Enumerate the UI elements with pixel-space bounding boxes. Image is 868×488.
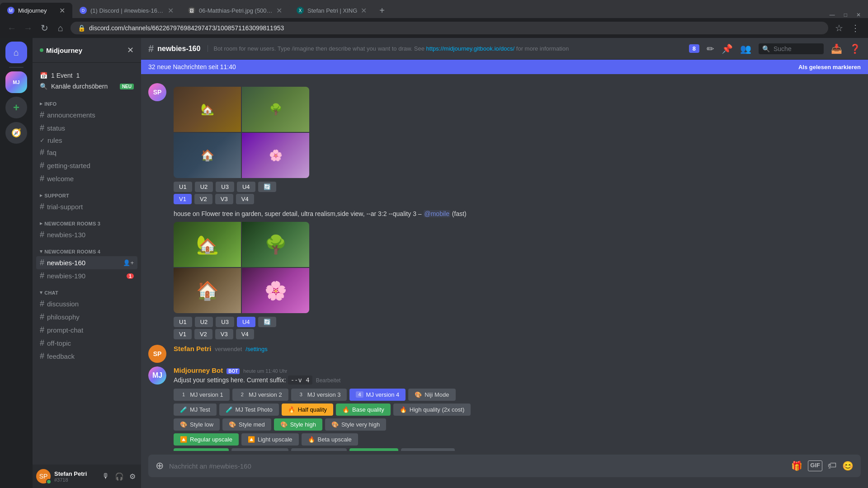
u4-button-top[interactable]: U4 [237,182,255,192]
back-button[interactable]: ← [5,22,18,34]
base-quality-btn[interactable]: 🔥 Base quality [336,404,391,416]
channel-getting-started[interactable]: # getting-started [36,159,137,172]
v4-button-top[interactable]: V4 [236,194,254,204]
mj-test-btn[interactable]: 🧪 MJ Test [174,404,217,416]
forward-button[interactable]: → [22,22,34,34]
channel-off-topic[interactable]: # off-topic [36,337,137,350]
bookmark-icon[interactable]: ☆ [832,21,846,35]
address-bar[interactable]: 🔒 discord.com/channels/66226797698429747… [71,22,828,34]
u4-button-main[interactable]: U4 [237,317,255,327]
u2-button-top[interactable]: U2 [195,182,213,192]
reload-button[interactable]: ↻ [38,22,51,34]
server-icon-home[interactable]: ⌂ [5,42,27,63]
u1-button-top[interactable]: U1 [174,182,192,192]
server-icon-explore[interactable]: 🧭 [5,122,27,144]
channel-welcome[interactable]: # welcome [36,172,137,185]
u3-button-top[interactable]: U3 [216,182,234,192]
niji-mode-btn[interactable]: 🎨 Niji Mode [408,389,455,401]
u3-button-main[interactable]: U3 [216,317,234,327]
edit-icon[interactable]: ✏ [707,43,714,54]
tab-close-midjourney[interactable]: ✕ [59,6,65,15]
regular-upscale-btn[interactable]: 🔼 Regular upscale [174,433,239,446]
server-icon-midjourney[interactable]: MJ [5,71,27,93]
mj-version-1-btn[interactable]: 1 MJ version 1 [174,389,230,401]
chat-input[interactable] [169,457,786,475]
half-quality-btn[interactable]: 🔥 Half quality [282,404,333,416]
user-settings-button[interactable]: ⚙ [127,470,137,483]
tab-close-xing[interactable]: ✕ [361,6,367,15]
refresh-button-main[interactable]: 🔄 [258,317,276,327]
beta-upscale-btn[interactable]: 🔥 Beta upscale [302,433,358,446]
home-button[interactable]: ⌂ [54,22,67,34]
help-icon[interactable]: ❓ [849,43,861,54]
v1-button-main[interactable]: V1 [174,329,192,339]
style-med-btn[interactable]: 🎨 Style med [222,418,271,431]
v3-button-main[interactable]: V3 [215,329,233,339]
tab-discord[interactable]: D (1) Discord | #newbies-160 | Mid... ✕ [72,3,181,18]
channel-newbies-160[interactable]: # newbies-160 👤+ [36,256,137,269]
mj-version-3-btn[interactable]: 3 MJ version 3 [291,389,347,401]
event-item[interactable]: 📅 1 Event 1 🔍 Kanäle durchsöbern NEU [33,66,141,94]
settings-link[interactable]: /settings [245,346,267,352]
window-minimize[interactable]: — [826,12,839,18]
mute-button[interactable]: 🎙 [100,470,111,483]
channel-philosophy[interactable]: # philosophy [36,310,137,324]
gift-icon[interactable]: 🎁 [791,460,802,471]
v2-button-main[interactable]: V2 [194,329,212,339]
channel-prompt-chat[interactable]: # prompt-chat [36,324,137,337]
channel-status[interactable]: # status [36,122,137,135]
v1-button-top[interactable]: V1 [174,194,192,204]
server-menu-icon[interactable]: ✕ [127,45,134,55]
tab-close-discord[interactable]: ✕ [168,6,174,15]
channel-trial-support[interactable]: # trial-support [36,200,137,213]
high-quality-btn[interactable]: 🔥 High quality (2x cost) [393,404,471,416]
browse-channels-row[interactable]: 🔍 Kanäle durchsöbern NEU [36,81,137,92]
channel-rules[interactable]: ✓ rules [36,135,137,146]
image-main-4[interactable]: 🌸 [242,268,309,313]
tab-xing[interactable]: X Stefan Petri | XING ✕ [289,3,374,18]
members-icon[interactable]: 👥 [740,43,751,54]
channel-feedback[interactable]: # feedback [36,350,137,363]
window-maximize[interactable]: □ [840,12,851,18]
emoji-icon[interactable]: 😊 [842,460,854,471]
server-icon-add[interactable]: + [5,97,27,118]
channel-newbies-130[interactable]: # newbies-130 [36,228,137,241]
channel-faq[interactable]: # faq [36,146,137,159]
mark-read-button[interactable]: Als gelesen markieren [798,64,861,70]
inbox-icon[interactable]: 📥 [831,43,842,54]
v2-button-top[interactable]: V2 [194,194,212,204]
new-tab-button[interactable]: + [374,3,390,18]
chat-add-button[interactable]: ⊕ [156,455,164,477]
mj-version-2-btn[interactable]: 2 MJ version 2 [232,389,288,401]
refresh-button-top[interactable]: 🔄 [258,182,276,192]
image-main-2[interactable]: 🌳 [242,222,309,267]
tab-midjourney[interactable]: M Midjourney ✕ [0,3,72,18]
window-close[interactable]: ✕ [853,12,864,18]
pin-icon[interactable]: 📌 [722,43,733,54]
image-main-1[interactable]: 🏡 [174,222,241,267]
category-newcomer4[interactable]: ▾ NEWCOMER ROOMS 4 [33,241,141,256]
v3-button-top[interactable]: V3 [215,194,233,204]
deafen-button[interactable]: 🎧 [113,470,126,483]
gif-icon[interactable]: GIF [808,460,822,471]
tab-image[interactable]: 🖼 06-Matthias-Petri.jpg (500×500) ✕ [181,3,289,18]
tab-close-image[interactable]: ✕ [276,6,282,15]
style-very-high-btn[interactable]: 🎨 Style very high [325,418,386,431]
event-row[interactable]: 📅 1 Event 1 [36,70,137,81]
add-member-icon[interactable]: 👤+ [123,259,134,266]
notification-bar[interactable]: 32 neue Nachrichten seit 11:40 Als geles… [141,60,868,74]
server-header[interactable]: Midjourney ✕ [33,38,141,63]
category-support[interactable]: ▸ SUPPORT [33,185,141,200]
mj-version-4-btn[interactable]: 4 MJ version 4 [349,389,406,401]
style-high-btn[interactable]: 🎨 Style high [274,418,322,431]
u2-button-main[interactable]: U2 [195,317,213,327]
u1-button-main[interactable]: U1 [174,317,192,327]
category-newcomer3[interactable]: ▸ NEWCOMER ROOMS 3 [33,213,141,228]
mj-test-photo-btn[interactable]: 🧪 MJ Test Photo [219,404,279,416]
v4-button-main[interactable]: V4 [236,329,254,339]
style-low-btn[interactable]: 🎨 Style low [174,418,220,431]
light-upscale-btn[interactable]: 🔼 Light upscale [241,433,299,446]
channel-newbies-190[interactable]: # newbies-190 1 [36,269,137,282]
category-info[interactable]: ▸ INFO [33,94,141,108]
image-main-3[interactable]: 🏠 [174,268,241,313]
